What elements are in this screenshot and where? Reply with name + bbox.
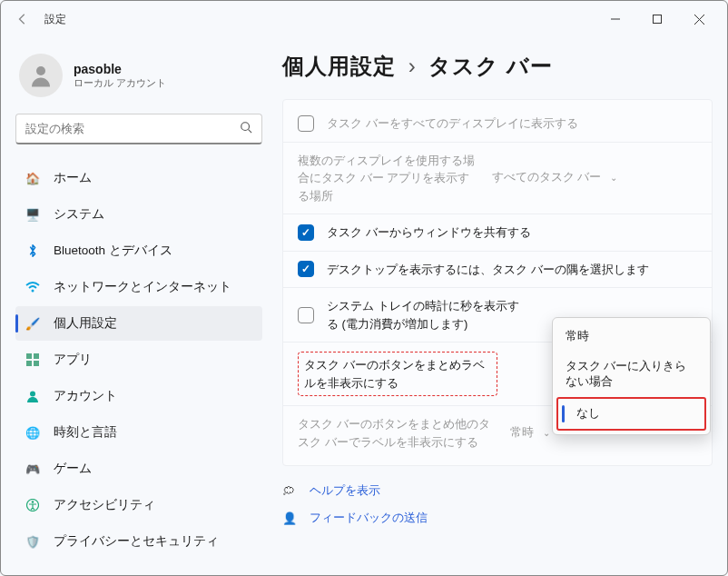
nav-system[interactable]: 🖥️システム [15, 197, 262, 232]
help-icon: 🗭 [282, 484, 299, 498]
row-desktop-corner[interactable]: デスクトップを表示するには、タスク バーの隅を選択します [283, 252, 712, 288]
sidebar: pasoble ローカル アカウント 🏠ホーム 🖥️システム Bluetooth… [1, 37, 273, 576]
maximize-button[interactable] [636, 5, 678, 34]
profile-block[interactable]: pasoble ローカル アカウント [15, 46, 262, 114]
breadcrumb-root[interactable]: 個人用設定 [282, 54, 396, 78]
row-share-window[interactable]: タスク バーからウィンドウを共有する [283, 214, 712, 251]
help-link[interactable]: 🗭 ヘルプを表示 [282, 482, 713, 499]
nav-network[interactable]: ネットワークとインターネット [15, 270, 262, 304]
nav-list: 🏠ホーム 🖥️システム Bluetooth とデバイス ネットワークとインターネ… [15, 161, 262, 559]
row-multi-display: 複数のディスプレイを使用する場合にタスク バー アプリを表示する場所 すべてのタ… [283, 143, 712, 214]
svg-point-4 [36, 66, 45, 75]
highlighted-combine-labels: タスク バーのボタンをまとめラベルを非表示にする [298, 352, 497, 396]
breadcrumb: 個人用設定 › タスク バー [282, 52, 713, 81]
popup-option-none[interactable]: なし [556, 397, 706, 431]
window-title: 設定 [44, 12, 66, 27]
svg-point-14 [32, 501, 34, 503]
nav-time[interactable]: 🌐時刻と言語 [15, 415, 262, 450]
back-button[interactable] [8, 5, 37, 34]
popup-option-always[interactable]: 常時 [556, 322, 706, 352]
bluetooth-icon [25, 243, 41, 258]
globe-icon: 🌐 [25, 426, 41, 440]
person-icon [25, 390, 41, 402]
shield-icon: 🛡️ [25, 535, 41, 549]
search-box[interactable] [15, 114, 262, 144]
svg-line-6 [249, 130, 252, 134]
svg-point-7 [32, 290, 34, 293]
dropdown-popup: 常時 タスク バーに入りきらない場合 なし [552, 317, 711, 435]
nav-personalization[interactable]: 🖌️個人用設定 [15, 306, 262, 341]
chevron-down-icon: ⌄ [543, 428, 550, 438]
close-button[interactable] [678, 5, 720, 34]
nav-privacy[interactable]: 🛡️プライバシーとセキュリティ [15, 524, 262, 559]
nav-gaming[interactable]: 🎮ゲーム [15, 452, 262, 486]
titlebar: 設定 [1, 1, 727, 37]
search-input[interactable] [25, 122, 240, 135]
dropdown-combine-other: 常時 ⌄ [510, 425, 550, 441]
footer-links: 🗭 ヘルプを表示 👤 フィードバックの送信 [282, 482, 713, 526]
nav-apps[interactable]: アプリ [15, 343, 262, 377]
wifi-icon [25, 282, 41, 293]
main-content: 個人用設定 › タスク バー タスク バーをすべてのディスプレイに表示する 複数… [273, 37, 727, 576]
home-icon: 🏠 [25, 172, 41, 185]
feedback-icon: 👤 [282, 511, 299, 525]
row-show-all-displays: タスク バーをすべてのディスプレイに表示する [283, 105, 712, 142]
svg-point-12 [30, 392, 35, 397]
svg-point-5 [241, 123, 250, 131]
window-controls [595, 5, 720, 34]
profile-name: pasoble [74, 62, 166, 76]
avatar [19, 54, 63, 97]
svg-rect-8 [26, 353, 32, 359]
feedback-link[interactable]: 👤 フィードバックの送信 [282, 510, 713, 526]
checkbox-show-all [298, 115, 314, 132]
apps-icon [25, 353, 41, 366]
dropdown-multi-display: すべてのタスク バー ⌄ [492, 170, 617, 185]
nav-accessibility[interactable]: アクセシビリティ [15, 488, 262, 522]
search-icon [240, 121, 252, 136]
chevron-right-icon: › [408, 54, 417, 78]
nav-home[interactable]: 🏠ホーム [15, 161, 262, 195]
popup-option-overflow[interactable]: タスク バーに入りきらない場合 [556, 352, 706, 397]
nav-accounts[interactable]: アカウント [15, 379, 262, 413]
accessibility-icon [25, 499, 41, 511]
checkbox-share-window[interactable] [298, 224, 314, 241]
system-icon: 🖥️ [25, 208, 41, 222]
checkbox-show-seconds[interactable] [298, 307, 314, 323]
checkbox-desktop-corner[interactable] [298, 261, 314, 277]
game-icon: 🎮 [25, 462, 41, 476]
chevron-down-icon: ⌄ [610, 173, 617, 183]
profile-subtitle: ローカル アカウント [74, 76, 166, 90]
nav-bluetooth[interactable]: Bluetooth とデバイス [15, 233, 262, 268]
brush-icon: 🖌️ [25, 317, 41, 331]
svg-rect-1 [654, 15, 662, 24]
svg-rect-10 [26, 361, 32, 366]
svg-rect-11 [34, 361, 39, 366]
breadcrumb-leaf: タスク バー [428, 54, 553, 78]
svg-rect-9 [34, 353, 39, 359]
minimize-button[interactable] [595, 5, 636, 34]
